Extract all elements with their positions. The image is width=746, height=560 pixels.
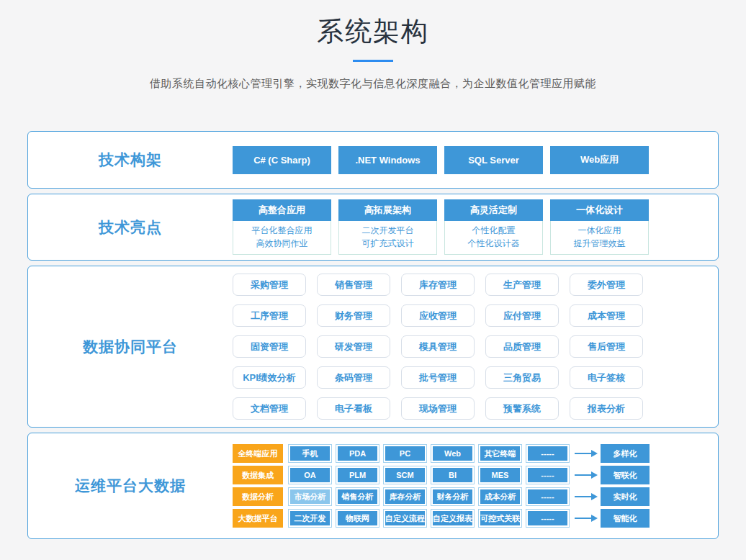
bigdata-row-platform: 大数据平台 二次开发 物联网 自定义流程 自定义报表 可控式关联 ----- 智… xyxy=(233,509,650,528)
section-highlights-label: 技术亮点 xyxy=(28,217,233,238)
highlight-cards: 高整合应用 平台化整合应用 高效协同作业 高拓展架构 二次开发平台 可扩充式设计… xyxy=(233,199,649,255)
card-line: 个性化设计器 xyxy=(445,237,542,250)
card-line: 二次开发平台 xyxy=(339,224,436,237)
result-button: 多样化 xyxy=(601,444,650,463)
section-bigdata-label: 运维平台大数据 xyxy=(28,476,233,496)
section-tech-stack: 技术构架 C# (C Sharp) .NET Windows SQL Serve… xyxy=(27,131,719,189)
section-bigdata: 运维平台大数据 全终端应用 手机 PDA PC Web 其它终端 ----- 多… xyxy=(27,433,719,539)
sections-container: 技术构架 C# (C Sharp) .NET Windows SQL Serve… xyxy=(27,131,719,539)
section-tech-stack-label: 技术构架 xyxy=(28,150,233,170)
tech-button-dotnet: .NET Windows xyxy=(338,146,437,174)
module-button: 三角贸易 xyxy=(485,366,559,389)
module-button: 文档管理 xyxy=(233,397,306,420)
mini-button: 自定义流程 xyxy=(383,509,427,528)
module-button: 电子签核 xyxy=(570,366,643,389)
result-button: 实时化 xyxy=(601,487,650,506)
category-button: 全终端应用 xyxy=(233,444,283,463)
card-body: 个性化配置 个性化设计器 xyxy=(444,221,543,255)
mini-button: 销售分析 xyxy=(336,487,379,506)
mini-button: 财务分析 xyxy=(431,487,475,506)
module-button: 库存管理 xyxy=(401,274,475,296)
page-title: 系统架构 xyxy=(0,0,746,48)
module-button: 售后管理 xyxy=(570,335,643,358)
right-arrow-icon xyxy=(575,515,598,522)
card-body: 二次开发平台 可扩充式设计 xyxy=(338,221,437,255)
section-data-platform-label: 数据协同平台 xyxy=(28,337,233,357)
mini-button: BI xyxy=(431,466,475,484)
card-body: 一体化应用 提升管理效益 xyxy=(550,221,649,255)
highlight-card: 高灵活定制 个性化配置 个性化设计器 xyxy=(444,199,543,255)
card-line: 个性化配置 xyxy=(445,224,542,237)
card-line: 可扩充式设计 xyxy=(339,237,436,250)
mini-button: 二次开发 xyxy=(288,509,332,528)
title-underline xyxy=(353,60,393,62)
module-button: 现场管理 xyxy=(401,397,475,420)
module-button: 报表分析 xyxy=(570,397,643,420)
module-button: 应付管理 xyxy=(485,304,559,327)
module-button: 条码管理 xyxy=(317,366,390,389)
module-button: 应收管理 xyxy=(401,304,475,327)
highlight-card: 高整合应用 平台化整合应用 高效协同作业 xyxy=(233,199,331,255)
module-button: 生产管理 xyxy=(485,274,559,296)
module-button: 委外管理 xyxy=(570,274,643,296)
highlight-card: 一体化设计 一体化应用 提升管理效益 xyxy=(550,199,649,255)
right-arrow-icon xyxy=(575,493,598,500)
module-button: 工序管理 xyxy=(233,304,306,327)
tech-button-web: Web应用 xyxy=(550,146,649,174)
module-button: 模具管理 xyxy=(401,335,475,358)
mini-button: 物联网 xyxy=(336,509,379,528)
card-body: 平台化整合应用 高效协同作业 xyxy=(233,221,331,255)
mini-button: 库存分析 xyxy=(383,487,427,506)
mini-button: 成本分析 xyxy=(478,487,522,506)
bigdata-row-terminals: 全终端应用 手机 PDA PC Web 其它终端 ----- 多样化 xyxy=(233,444,650,463)
mini-button: 可控式关联 xyxy=(478,509,522,528)
bigdata-row-analysis: 数据分析 市场分析 销售分析 库存分析 财务分析 成本分析 ----- 实时化 xyxy=(233,487,650,506)
bigdata-row-integration: 数据集成 OA PLM SCM BI MES ----- 智联化 xyxy=(233,466,650,484)
mini-button: 自定义报表 xyxy=(431,509,475,528)
module-button: 预警系统 xyxy=(485,397,559,420)
section-highlights: 技术亮点 高整合应用 平台化整合应用 高效协同作业 高拓展架构 二次开发平台 可… xyxy=(27,194,719,261)
category-button: 数据集成 xyxy=(233,466,283,484)
card-line: 提升管理效益 xyxy=(551,237,648,250)
right-arrow-icon xyxy=(575,450,598,457)
mini-button: 手机 xyxy=(288,444,332,463)
mini-button-ellipsis: ----- xyxy=(526,487,570,506)
mini-button: MES xyxy=(478,466,522,484)
card-line: 高效协同作业 xyxy=(233,237,331,250)
right-arrow-icon xyxy=(575,471,598,479)
mini-button: PDA xyxy=(336,444,379,463)
module-button: 研发管理 xyxy=(317,335,390,358)
highlight-card: 高拓展架构 二次开发平台 可扩充式设计 xyxy=(338,199,437,255)
tech-button-row: C# (C Sharp) .NET Windows SQL Server Web… xyxy=(233,146,649,174)
mini-button-ellipsis: ----- xyxy=(526,509,570,528)
card-line: 平台化整合应用 xyxy=(233,224,331,237)
mini-button: PC xyxy=(383,444,427,463)
page-subtitle: 借助系统自动化核心管理引擎，实现数字化与信息化深度融合，为企业数值化管理应用赋能 xyxy=(0,77,746,91)
card-title: 高拓展架构 xyxy=(338,199,437,221)
mini-button-ellipsis: ----- xyxy=(526,466,570,484)
mini-button: OA xyxy=(288,466,332,484)
module-button: 成本管理 xyxy=(570,304,643,327)
module-grid: 采购管理 销售管理 库存管理 生产管理 委外管理 工序管理 财务管理 应收管理 … xyxy=(233,274,643,420)
module-button: 固资管理 xyxy=(233,335,306,358)
card-title: 高灵活定制 xyxy=(444,199,543,221)
card-title: 高整合应用 xyxy=(233,199,331,221)
card-title: 一体化设计 xyxy=(550,199,649,221)
mini-button-ellipsis: ----- xyxy=(526,444,570,463)
result-button: 智能化 xyxy=(601,509,650,528)
module-button: 销售管理 xyxy=(317,274,390,296)
tech-button-sqlserver: SQL Server xyxy=(444,146,543,174)
category-button: 数据分析 xyxy=(233,487,283,506)
mini-button: 市场分析 xyxy=(288,487,332,506)
module-button: 电子看板 xyxy=(317,397,390,420)
mini-button: SCM xyxy=(383,466,427,484)
result-button: 智联化 xyxy=(601,466,650,484)
category-button: 大数据平台 xyxy=(233,509,283,528)
mini-button: Web xyxy=(431,444,475,463)
module-button: 财务管理 xyxy=(317,304,390,327)
module-button: 采购管理 xyxy=(233,274,306,296)
module-button: KPI绩效分析 xyxy=(233,366,306,389)
mini-button: PLM xyxy=(336,466,379,484)
module-button: 品质管理 xyxy=(485,335,559,358)
bigdata-rows: 全终端应用 手机 PDA PC Web 其它终端 ----- 多样化 数据集成 … xyxy=(233,444,650,528)
